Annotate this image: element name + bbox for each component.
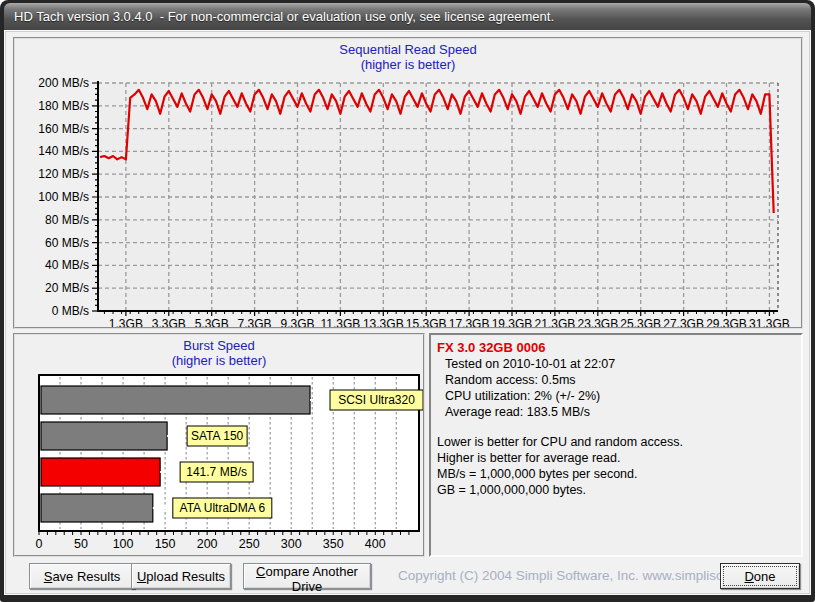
info-note-line: GB = 1,000,000,000 bytes. — [437, 482, 801, 498]
seq-x-tick-label: 29,3GB — [706, 317, 747, 327]
window-title: HD Tach version 3.0.4.0 - For non-commer… — [14, 9, 554, 24]
compare-another-drive-label: Compare Another Drive — [244, 564, 370, 594]
done-button[interactable]: Done — [720, 563, 800, 589]
seq-y-tick-label: 0 MB/s — [52, 304, 89, 318]
burst-x-tick-label: 50 — [74, 537, 88, 551]
info-note-line: Higher is better for average read. — [437, 450, 801, 466]
seq-y-tick-label: 80 MB/s — [45, 213, 89, 227]
save-results-button[interactable]: Save Results — [29, 563, 135, 589]
info-note-line: MB/s = 1,000,000 bytes per second. — [437, 466, 801, 482]
burst-bar — [41, 422, 167, 450]
burst-chart-title: Burst Speed — [15, 338, 423, 353]
seq-x-tick-label: 9,3GB — [280, 317, 314, 327]
burst-bar-label: SCSI Ultra320 — [338, 393, 415, 407]
save-results-label: Save Results — [30, 569, 134, 584]
sequential-chart-subtitle: (higher is better) — [15, 57, 801, 72]
burst-x-tick-label: 250 — [239, 537, 260, 551]
upload-results-label: Upload Results — [132, 569, 230, 584]
info-note-line: Lower is better for CPU and random acces… — [437, 434, 801, 450]
drive-info-panel: FX 3.0 32GB 0006 Tested on 2010-10-01 at… — [429, 333, 803, 557]
burst-x-tick-label: 350 — [323, 537, 344, 551]
burst-chart-subtitle: (higher is better) — [15, 353, 423, 368]
burst-bar-label: ATA UltraDMA 6 — [180, 501, 266, 515]
hd-tach-window: HD Tach version 3.0.4.0 - For non-commer… — [0, 0, 815, 602]
drive-details: Tested on 2010-10-01 at 22:07Random acce… — [431, 356, 801, 420]
compare-another-drive-button[interactable]: Compare Another Drive — [243, 563, 371, 589]
burst-x-tick-label: 400 — [365, 537, 386, 551]
drive-detail-line: Average read: 183.5 MB/s — [445, 404, 801, 420]
seq-x-tick-label: 11,3GB — [320, 317, 360, 327]
seq-x-tick-label: 7,3GB — [238, 317, 272, 327]
titlebar[interactable]: HD Tach version 3.0.4.0 - For non-commer… — [4, 3, 811, 30]
seq-y-tick-label: 120 MB/s — [38, 167, 89, 181]
burst-speed-chart: SCSI Ultra320SATA 150141.7 MB/sATA Ultra… — [15, 335, 423, 555]
burst-x-tick-label: 150 — [155, 537, 176, 551]
seq-x-tick-label: 27,3GB — [663, 317, 704, 327]
burst-speed-panel: Burst Speed (higher is better) SCSI Ultr… — [13, 333, 425, 557]
seq-y-tick-label: 20 MB/s — [45, 281, 89, 295]
burst-x-tick-label: 100 — [113, 537, 134, 551]
seq-y-tick-label: 40 MB/s — [45, 258, 89, 272]
burst-bar — [41, 494, 153, 522]
seq-y-tick-label: 160 MB/s — [38, 122, 89, 136]
seq-y-tick-label: 60 MB/s — [45, 236, 89, 250]
seq-x-tick-label: 31,3GB — [749, 317, 790, 327]
seq-y-tick-label: 180 MB/s — [38, 99, 89, 113]
burst-bar — [41, 458, 160, 486]
seq-x-tick-label: 5,3GB — [195, 317, 229, 327]
burst-bar-label: SATA 150 — [191, 429, 244, 443]
info-notes: Lower is better for CPU and random acces… — [431, 434, 801, 498]
burst-x-tick-label: 200 — [197, 537, 218, 551]
seq-x-tick-label: 19,3GB — [492, 317, 533, 327]
seq-x-tick-label: 1,3GB — [109, 317, 143, 327]
seq-y-tick-label: 200 MB/s — [38, 76, 89, 90]
dialog-content: Sequential Read Speed (higher is better)… — [4, 30, 811, 595]
burst-bar — [41, 386, 310, 414]
seq-x-tick-label: 3,3GB — [152, 317, 186, 327]
sequential-read-chart: 0 MB/s20 MB/s40 MB/s60 MB/s80 MB/s100 MB… — [15, 39, 801, 327]
done-label: Done — [721, 569, 799, 584]
seq-y-tick-label: 100 MB/s — [38, 190, 89, 204]
drive-name: FX 3.0 32GB 0006 — [431, 335, 801, 356]
drive-detail-line: CPU utilization: 2% (+/- 2%) — [445, 388, 801, 404]
seq-x-tick-label: 25,3GB — [620, 317, 661, 327]
upload-results-button[interactable]: Upload Results — [131, 563, 231, 589]
sequential-chart-title: Sequential Read Speed — [15, 42, 801, 57]
seq-x-tick-label: 15,3GB — [406, 317, 447, 327]
seq-x-tick-label: 21,3GB — [535, 317, 576, 327]
seq-x-tick-label: 23,3GB — [577, 317, 618, 327]
seq-x-tick-label: 13,3GB — [363, 317, 404, 327]
drive-detail-line: Tested on 2010-10-01 at 22:07 — [445, 356, 801, 372]
burst-x-tick-label: 0 — [36, 537, 43, 551]
sequential-read-panel: Sequential Read Speed (higher is better)… — [13, 37, 803, 329]
seq-y-tick-label: 140 MB/s — [38, 144, 89, 158]
drive-detail-line: Random access: 0.5ms — [445, 372, 801, 388]
burst-x-tick-label: 300 — [281, 537, 302, 551]
seq-x-tick-label: 17,3GB — [449, 317, 490, 327]
burst-bar-label: 141.7 MB/s — [186, 465, 247, 479]
